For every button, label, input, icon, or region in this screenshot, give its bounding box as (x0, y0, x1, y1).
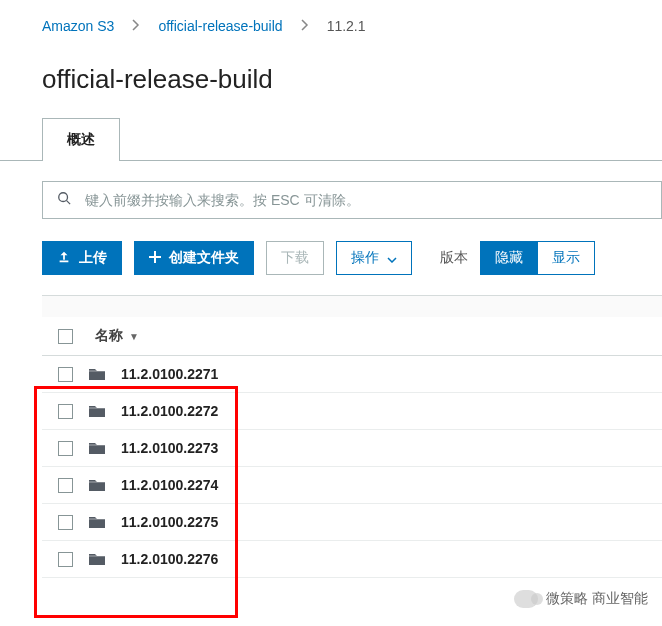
create-folder-button[interactable]: 创建文件夹 (134, 241, 254, 275)
object-name[interactable]: 11.2.0100.2271 (121, 366, 218, 382)
actions-dropdown[interactable]: 操作 (336, 241, 412, 275)
object-name[interactable]: 11.2.0100.2275 (121, 514, 218, 530)
upload-button[interactable]: 上传 (42, 241, 122, 275)
breadcrumb-root[interactable]: Amazon S3 (42, 18, 114, 34)
row-checkbox[interactable] (58, 515, 73, 530)
upload-icon (57, 250, 71, 267)
folder-icon (89, 367, 105, 381)
table-row[interactable]: 11.2.0100.2275 (42, 504, 662, 541)
version-toggle: 隐藏 显示 (480, 241, 595, 275)
tab-overview[interactable]: 概述 (42, 118, 120, 161)
folder-icon (89, 404, 105, 418)
version-label: 版本 (440, 249, 468, 267)
row-checkbox[interactable] (58, 552, 73, 567)
row-checkbox[interactable] (58, 367, 73, 382)
actions-label: 操作 (351, 249, 379, 267)
tabs: 概述 (0, 117, 662, 161)
chevron-right-icon (132, 18, 140, 34)
folder-icon (89, 478, 105, 492)
table-row[interactable]: 11.2.0100.2271 (42, 356, 662, 393)
chevron-down-icon (387, 250, 397, 266)
folder-icon (89, 552, 105, 566)
breadcrumb-bucket[interactable]: official-release-build (158, 18, 282, 34)
row-checkbox[interactable] (58, 441, 73, 456)
svg-line-1 (67, 201, 71, 205)
object-name[interactable]: 11.2.0100.2273 (121, 440, 218, 456)
search-bar[interactable] (42, 181, 662, 219)
search-icon (57, 191, 71, 209)
table-row[interactable]: 11.2.0100.2273 (42, 430, 662, 467)
watermark-text: 微策略 商业智能 (546, 590, 648, 608)
object-name[interactable]: 11.2.0100.2274 (121, 477, 218, 493)
watermark: 微策略 商业智能 (514, 590, 648, 608)
column-name-label: 名称 (95, 327, 123, 345)
row-checkbox[interactable] (58, 404, 73, 419)
object-name[interactable]: 11.2.0100.2272 (121, 403, 218, 419)
page-title: official-release-build (0, 34, 662, 117)
hide-button[interactable]: 隐藏 (480, 241, 538, 275)
search-input[interactable] (85, 192, 647, 208)
wechat-icon (514, 590, 538, 608)
svg-rect-2 (60, 260, 69, 262)
svg-rect-4 (149, 256, 161, 258)
folder-icon (89, 515, 105, 529)
svg-point-0 (59, 193, 68, 202)
sort-caret-icon: ▼ (129, 331, 139, 342)
table-row[interactable]: 11.2.0100.2276 (42, 541, 662, 578)
create-folder-label: 创建文件夹 (169, 249, 239, 267)
upload-label: 上传 (79, 249, 107, 267)
table-row[interactable]: 11.2.0100.2272 (42, 393, 662, 430)
select-all-checkbox[interactable] (58, 329, 73, 344)
breadcrumb-current: 11.2.1 (327, 18, 366, 34)
plus-icon (149, 250, 161, 266)
breadcrumb: Amazon S3 official-release-build 11.2.1 (0, 0, 662, 34)
table-row[interactable]: 11.2.0100.2274 (42, 467, 662, 504)
show-button[interactable]: 显示 (538, 241, 595, 275)
chevron-right-icon (301, 18, 309, 34)
object-name[interactable]: 11.2.0100.2276 (121, 551, 218, 567)
table-header-strip (42, 295, 662, 317)
toolbar: 上传 创建文件夹 下载 操作 版本 隐藏 显示 (0, 219, 662, 275)
column-header-name[interactable]: 名称 ▼ (42, 317, 662, 356)
folder-icon (89, 441, 105, 455)
object-table: 名称 ▼ 11.2.0100.227111.2.0100.227211.2.01… (42, 295, 662, 578)
download-button: 下载 (266, 241, 324, 275)
row-checkbox[interactable] (58, 478, 73, 493)
